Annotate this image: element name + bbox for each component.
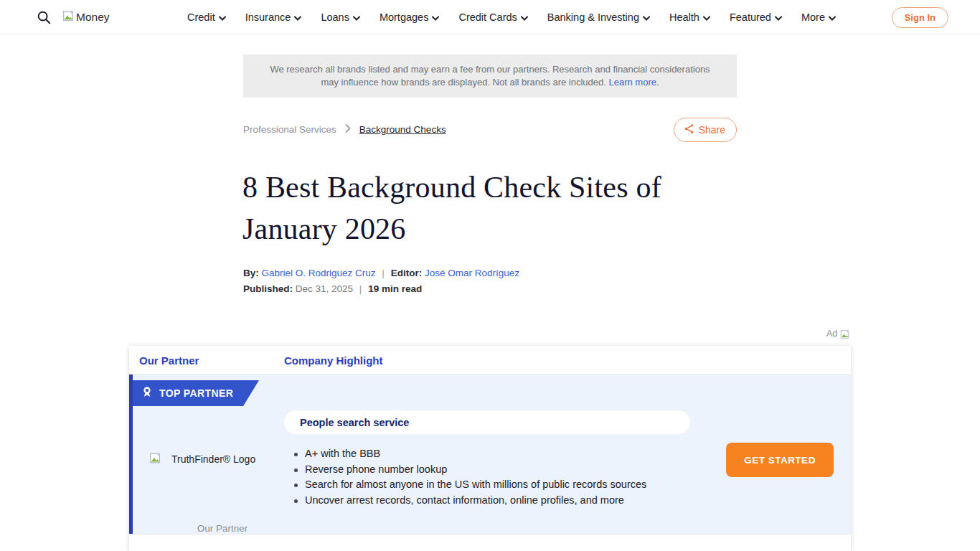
disclosure-suffix: . bbox=[656, 77, 659, 88]
sign-in-label: Sign In bbox=[905, 12, 936, 23]
byline: By: Gabriel O. Rodriguez Cruz | Editor: … bbox=[243, 268, 519, 278]
broken-image-icon bbox=[62, 9, 75, 25]
breadcrumb-parent-link[interactable]: Professional Services bbox=[243, 124, 336, 135]
broken-image-icon bbox=[149, 451, 161, 467]
broken-image-icon bbox=[839, 329, 850, 342]
nav-item-credit-cards[interactable]: Credit Cards bbox=[458, 11, 527, 23]
next-table-row bbox=[129, 534, 851, 550]
chevron-down-icon bbox=[219, 11, 226, 23]
list-item: Search for almost anyone in the US with … bbox=[293, 477, 709, 493]
nav-item-label: Banking & Investing bbox=[547, 11, 639, 23]
column-header-company-highlight: Company Highlight bbox=[284, 354, 383, 367]
nav-item-credit[interactable]: Credit bbox=[187, 11, 226, 23]
breadcrumb-row: Professional Services Background Checks … bbox=[243, 118, 737, 142]
partner-logo-cell: TruthFinder® Logo Our Partner bbox=[149, 428, 296, 534]
chevron-right-icon bbox=[345, 124, 351, 135]
ad-slot: Ad bbox=[826, 329, 850, 342]
nav-item-label: Featured bbox=[730, 11, 771, 23]
list-item: Reverse phone number lookup bbox=[293, 462, 709, 478]
published-date: Dec 31, 2025 bbox=[296, 283, 353, 294]
published-label: Published: bbox=[243, 283, 293, 294]
chevron-down-icon bbox=[353, 11, 360, 23]
byline-separator: | bbox=[382, 268, 385, 278]
chevron-down-icon bbox=[829, 11, 836, 23]
nav-item-featured[interactable]: Featured bbox=[730, 11, 782, 23]
list-item: Uncover arrest records, contact informat… bbox=[293, 493, 709, 509]
by-label: By: bbox=[243, 268, 259, 278]
logo-alt-text: Money bbox=[76, 11, 110, 24]
editor-label: Editor: bbox=[391, 268, 423, 278]
sign-in-button[interactable]: Sign In bbox=[892, 7, 948, 28]
nav-item-loans[interactable]: Loans bbox=[321, 11, 360, 23]
chevron-down-icon bbox=[294, 11, 301, 23]
service-category-pill: People search service bbox=[284, 410, 690, 434]
chevron-down-icon bbox=[703, 11, 710, 23]
top-navigation: Money Credit Insurance Loans Mortgages C… bbox=[0, 0, 980, 34]
get-started-button[interactable]: GET STARTED bbox=[726, 443, 834, 477]
nav-item-label: Credit bbox=[187, 11, 215, 23]
share-button[interactable]: Share bbox=[674, 118, 737, 142]
breadcrumb-current-link[interactable]: Background Checks bbox=[359, 124, 446, 135]
advertiser-disclosure: We research all brands listed and may ea… bbox=[243, 55, 737, 98]
author-link[interactable]: Gabriel O. Rodriguez Cruz bbox=[262, 268, 376, 278]
main-menu: Credit Insurance Loans Mortgages Credit … bbox=[187, 0, 836, 34]
chevron-down-icon bbox=[643, 11, 650, 23]
read-time: 19 min read bbox=[368, 283, 422, 294]
chevron-down-icon bbox=[521, 11, 528, 23]
page-title: 8 Best Background Check Sites of January… bbox=[242, 166, 745, 250]
nav-item-banking-investing[interactable]: Banking & Investing bbox=[547, 11, 650, 23]
ad-label: Ad bbox=[826, 329, 837, 339]
list-item: A+ with the BBB bbox=[293, 446, 709, 462]
top-partner-label: TOP PARTNER bbox=[159, 387, 233, 399]
column-header-our-partner: Our Partner bbox=[139, 354, 199, 367]
publine-separator: | bbox=[359, 283, 362, 294]
page: Money Credit Insurance Loans Mortgages C… bbox=[0, 0, 980, 551]
nav-item-label: More bbox=[801, 11, 825, 23]
nav-item-insurance[interactable]: Insurance bbox=[245, 11, 302, 23]
nav-item-label: Mortgages bbox=[380, 11, 429, 23]
partner-table-header: Our Partner Company Highlight bbox=[129, 346, 851, 375]
share-icon bbox=[684, 123, 694, 136]
published-line: Published: Dec 31, 2025 | 19 min read bbox=[243, 283, 422, 294]
partner-caption: Our Partner bbox=[149, 523, 296, 534]
share-label: Share bbox=[699, 124, 725, 136]
nav-item-health[interactable]: Health bbox=[669, 11, 710, 23]
breadcrumb: Professional Services Background Checks bbox=[243, 124, 446, 135]
service-category-label: People search service bbox=[300, 417, 409, 428]
top-partner-badge: TOP PARTNER bbox=[133, 380, 259, 406]
search-icon[interactable] bbox=[36, 9, 52, 25]
nav-item-mortgages[interactable]: Mortgages bbox=[380, 11, 440, 23]
money-logo[interactable]: Money bbox=[62, 9, 110, 25]
truthfinder-logo[interactable]: TruthFinder® Logo bbox=[149, 451, 255, 467]
highlight-bullet-list: A+ with the BBB Reverse phone number loo… bbox=[293, 446, 709, 508]
chevron-down-icon bbox=[775, 11, 782, 23]
partner-logo-alt-text: TruthFinder® Logo bbox=[171, 453, 255, 465]
learn-more-link[interactable]: Learn more bbox=[608, 77, 656, 88]
editor-link[interactable]: José Omar Rodríguez bbox=[425, 268, 519, 278]
nav-item-label: Credit Cards bbox=[458, 11, 517, 23]
partner-comparison-card: Our Partner Company Highlight TOP PARTNE… bbox=[129, 346, 851, 551]
nav-item-label: Insurance bbox=[245, 11, 291, 23]
top-partner-row: TOP PARTNER TruthFinder® Logo Our Partne… bbox=[129, 375, 851, 534]
medal-icon bbox=[141, 386, 153, 401]
nav-item-label: Loans bbox=[321, 11, 349, 23]
chevron-down-icon bbox=[432, 11, 439, 23]
nav-item-more[interactable]: More bbox=[801, 11, 836, 23]
nav-item-label: Health bbox=[669, 11, 699, 23]
